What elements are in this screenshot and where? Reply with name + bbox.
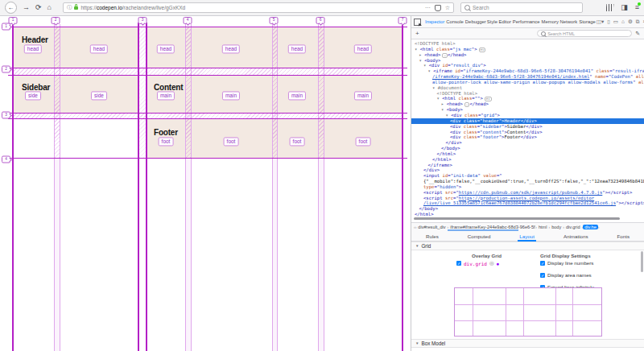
- screenshot-icon[interactable]: ▭: [613, 19, 618, 25]
- html-tree-node[interactable]: /live/live_513355a8571c6aae767d838844072…: [411, 200, 644, 206]
- tab-memory[interactable]: Memory: [541, 17, 559, 27]
- html-tree-node[interactable]: <!DOCTYPE html>: [411, 41, 644, 47]
- html-tree-node[interactable]: <div class="header">Header</div>: [411, 118, 644, 124]
- html-tree-node[interactable]: type="hidden">: [411, 184, 644, 190]
- overlay-grid-node-link[interactable]: div.grid: [464, 261, 487, 266]
- breadcrumb-item[interactable]: html: [537, 225, 549, 229]
- panel-tab-animations[interactable]: Animations: [562, 231, 590, 242]
- add-node-button[interactable]: +: [415, 30, 419, 37]
- bookmark-star-icon[interactable]: ☆: [445, 5, 450, 10]
- syntax-token: Content: [507, 130, 526, 134]
- syntax-token: =": [453, 196, 459, 200]
- html-tree-node[interactable]: {"__mobile":false,"__cookieUsed":true,"_…: [411, 179, 644, 184]
- panel-tab-fonts[interactable]: Fonts: [616, 231, 631, 242]
- html-tree-node[interactable]: /iframeKey-244e9abc-68d3-96e6-5f28-30476…: [411, 74, 644, 80]
- html-tree-node[interactable]: ▸ <head>…</head>: [411, 101, 644, 107]
- tab-storage[interactable]: Storage: [578, 17, 597, 27]
- home-button[interactable]: ⌂: [47, 4, 52, 11]
- tab-style-editor[interactable]: Style Editor: [486, 17, 512, 27]
- html-tree-node[interactable]: </html>: [411, 212, 644, 217]
- syntax-token: ">: [472, 47, 477, 52]
- grid-section-header[interactable]: ▼ Grid: [411, 242, 644, 250]
- tab-console[interactable]: Console: [445, 17, 464, 27]
- search-icon: [464, 5, 470, 10]
- grid-content-label: Header: [22, 35, 48, 44]
- html-tree-node[interactable]: ▾ <body>: [411, 107, 644, 113]
- pick-element-icon[interactable]: [414, 19, 421, 26]
- tree-hscrollbar[interactable]: [414, 217, 620, 220]
- html-tree-node[interactable]: </html>: [411, 151, 644, 157]
- breadcrumb-item[interactable]: div.grid: [564, 225, 582, 229]
- html-tree-node[interactable]: </div>: [411, 167, 644, 173]
- html-tree-node[interactable]: allow-pointer-lock allow-same-origin all…: [411, 80, 644, 85]
- html-tree-node[interactable]: ▾ <html class="js mac">ev: [411, 47, 644, 52]
- panel-vscrollbar[interactable]: [641, 251, 643, 272]
- html-tree-node[interactable]: ▾ <html class="">ev: [411, 96, 644, 101]
- syntax-token: class: [464, 134, 477, 139]
- syntax-token: class: [464, 130, 477, 134]
- panel-tab-layout[interactable]: Layout: [518, 231, 536, 242]
- html-tree-node[interactable]: ▸ <head>…</head>: [411, 52, 644, 58]
- breadcrumb-item[interactable]: div.he: [583, 225, 598, 229]
- html-tree-node[interactable]: ▾ #document: [411, 85, 644, 91]
- html-tree-node[interactable]: <input id="init-data" value=": [411, 173, 644, 179]
- html-tree-node[interactable]: <!DOCTYPE html>: [411, 91, 644, 97]
- page-viewport[interactable]: HeaderSidebarContentFooterheadheadheadhe…: [0, 16, 411, 351]
- crumb-overflow-icon[interactable]: ›: [598, 225, 600, 229]
- tab-performance[interactable]: Performance: [512, 17, 541, 27]
- html-tree-node[interactable]: ▾ <div class="grid">: [411, 113, 644, 118]
- responsive-mode-icon[interactable]: ▯: [607, 19, 610, 25]
- sidebar-toggle-icon[interactable]: ◨: [621, 4, 628, 11]
- highlight-target-icon[interactable]: ◎: [489, 260, 494, 266]
- grid-color-swatch[interactable]: ●: [497, 261, 500, 266]
- html-tree-node[interactable]: ▾ <body>: [411, 58, 644, 64]
- html-tree-node[interactable]: </iframe>: [411, 163, 644, 168]
- site-info-icon[interactable]: ⓘ: [67, 4, 72, 11]
- library-icon[interactable]: [606, 4, 614, 11]
- search-html-input[interactable]: Search HTML: [537, 30, 632, 37]
- grid-outline-preview[interactable]: [454, 287, 602, 337]
- syntax-token: =": [497, 173, 502, 178]
- page-actions-icon[interactable]: ⋯: [425, 5, 431, 10]
- html-tree-node[interactable]: <div class="footer">Footer</div>: [411, 134, 644, 140]
- settings-gear-icon[interactable]: ⚙: [628, 19, 633, 25]
- html-tree-node[interactable]: <script src="https://production-assets.c…: [411, 196, 644, 201]
- tab-debugger[interactable]: Debugger: [464, 17, 486, 27]
- html-tree-node[interactable]: </body>: [411, 206, 644, 212]
- menu-hamburger-icon[interactable]: ≡: [635, 4, 639, 11]
- syntax-token: result-iframe: [615, 68, 644, 73]
- html-tree-node[interactable]: </body>: [411, 146, 644, 151]
- eyedropper-icon[interactable]: ✎: [635, 31, 640, 37]
- reload-button[interactable]: ⟳: [35, 4, 42, 11]
- breadcrumb-item[interactable]: div#result_div: [416, 225, 447, 229]
- split-console-icon[interactable]: ⧉: [636, 19, 640, 25]
- html-tree[interactable]: <!DOCTYPE html>▾ <html class="js mac">ev…: [411, 39, 644, 219]
- html-tree-node[interactable]: <script src="https://cdn.pubnub.com/sdk/…: [411, 190, 644, 196]
- grid-column-gap-hatch: [54, 27, 60, 158]
- address-bar[interactable]: ⓘ https://codepen.io/rachelandrew/live/g…: [63, 2, 454, 13]
- html-tree-node[interactable]: </div>: [411, 140, 644, 146]
- search-bar[interactable]: Search: [460, 2, 583, 13]
- breadcrumb-item[interactable]: body: [550, 225, 563, 229]
- tab-inspector[interactable]: Inspector: [424, 17, 445, 27]
- syntax-token: #document: [438, 85, 462, 90]
- search-html-placeholder: Search HTML: [547, 31, 575, 36]
- html-tree-node[interactable]: <div class="sidebar">Sidebar</div>: [411, 124, 644, 130]
- home-icon[interactable]: ⌂: [621, 19, 625, 25]
- back-button[interactable]: ←: [5, 2, 17, 14]
- box-model-section-header[interactable]: ▼ Box Model: [411, 339, 644, 348]
- html-tree-node[interactable]: ▾ <div id="result_div">: [411, 63, 644, 68]
- checkbox-checked[interactable]: ✓: [540, 261, 545, 266]
- html-tree-node[interactable]: ▾ <iframe id="iframeKey-244e9abc-68d3-96…: [411, 68, 644, 74]
- overlay-grid-checkbox[interactable]: ✓: [456, 261, 461, 266]
- toolbox-dock-icon[interactable]: ◫▾: [597, 19, 604, 25]
- setting-display-area-names: ✓Display area names: [540, 272, 592, 278]
- html-tree-node[interactable]: </html>: [411, 157, 644, 163]
- pocket-icon[interactable]: [435, 5, 441, 11]
- checkbox-checked[interactable]: ✓: [540, 273, 545, 278]
- forward-button[interactable]: →: [23, 4, 30, 11]
- tab-network[interactable]: Network: [559, 17, 579, 27]
- html-tree-node[interactable]: <div class="content">Content</div>: [411, 130, 644, 135]
- panel-tab-rules[interactable]: Rules: [424, 231, 440, 242]
- panel-tab-computed[interactable]: Computed: [466, 231, 493, 242]
